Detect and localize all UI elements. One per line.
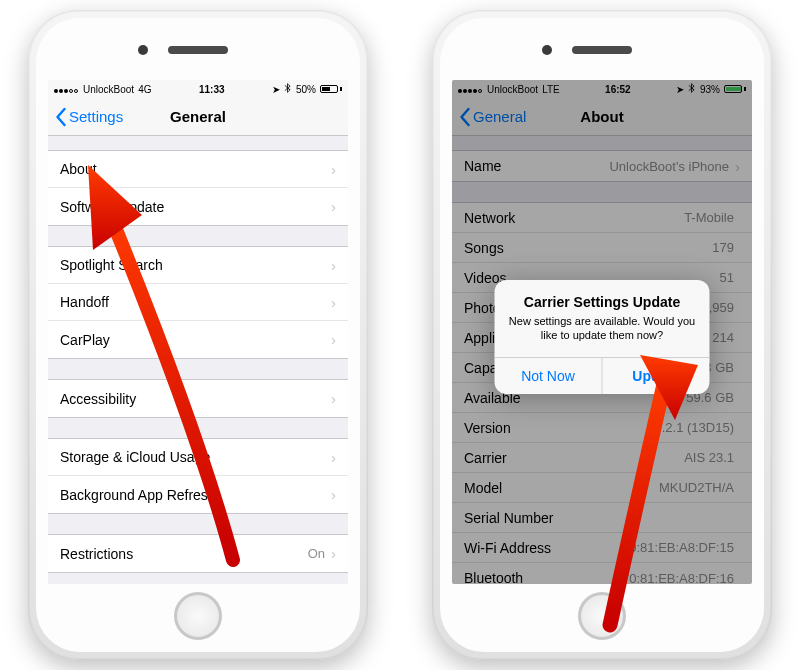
chevron-right-icon: › <box>331 486 336 503</box>
row-value: 51 <box>720 270 734 285</box>
battery-icon <box>724 85 746 93</box>
iphone-mockup-right: UnlockBoot LTE 16:52 ➤ 93% <box>432 10 772 660</box>
chevron-right-icon: › <box>331 331 336 348</box>
row-value: MKUD2TH/A <box>659 480 734 495</box>
clock-label: 16:52 <box>605 84 631 95</box>
clock-label: 11:33 <box>199 84 225 95</box>
row-label: Wi-Fi Address <box>464 540 551 556</box>
chevron-right-icon: › <box>331 257 336 274</box>
about-row: Version10.2.1 (13D15) <box>452 413 752 443</box>
row-label: Model <box>464 480 502 496</box>
row-label: Version <box>464 420 511 436</box>
row-label: Songs <box>464 240 504 256</box>
chevron-right-icon: › <box>331 294 336 311</box>
row-value: 70:81:EB:A8:DF:15 <box>622 540 734 555</box>
about-row: CarrierAIS 23.1 <box>452 443 752 473</box>
alert-message: New settings are available. Would you li… <box>495 312 710 357</box>
row-value: On <box>308 546 325 561</box>
about-row: Songs179 <box>452 233 752 263</box>
row-label: Spotlight Search <box>60 257 163 273</box>
bluetooth-icon <box>284 83 292 95</box>
about-row: Bluetooth70:81:EB:A8:DF:16 <box>452 563 752 584</box>
battery-percent: 93% <box>700 84 720 95</box>
row-value: 214 <box>712 330 734 345</box>
row-label: About <box>60 161 97 177</box>
about-row: Wi-Fi Address70:81:EB:A8:DF:15 <box>452 533 752 563</box>
chevron-left-icon <box>458 107 471 127</box>
status-bar: UnlockBoot 4G 11:33 ➤ 50% <box>48 80 348 98</box>
iphone-mockup-left: UnlockBoot 4G 11:33 ➤ 50% Settings <box>28 10 368 660</box>
row-label: Storage & iCloud Usage <box>60 449 210 465</box>
status-bar: UnlockBoot LTE 16:52 ➤ 93% <box>452 80 752 98</box>
battery-percent: 50% <box>296 84 316 95</box>
chevron-left-icon <box>54 107 67 127</box>
settings-row[interactable]: Handoff› <box>48 284 348 321</box>
phone-speaker <box>168 46 228 54</box>
back-label: Settings <box>69 108 123 125</box>
home-button[interactable] <box>578 592 626 640</box>
row-label: Handoff <box>60 294 109 310</box>
settings-row[interactable]: Background App Refresh› <box>48 476 348 513</box>
chevron-right-icon: › <box>735 158 740 175</box>
back-button[interactable]: Settings <box>54 107 123 127</box>
about-row: ModelMKUD2TH/A <box>452 473 752 503</box>
chevron-right-icon: › <box>331 545 336 562</box>
chevron-right-icon: › <box>331 161 336 178</box>
row-value: 10.2.1 (13D15) <box>647 420 734 435</box>
row-label: Accessibility <box>60 391 136 407</box>
settings-row[interactable]: About› <box>48 151 348 188</box>
row-label: Software Update <box>60 199 164 215</box>
row-value: T-Mobile <box>684 210 734 225</box>
row-value: 70:81:EB:A8:DF:16 <box>622 571 734 585</box>
row-value: 179 <box>712 240 734 255</box>
row-label: Name <box>464 158 501 174</box>
update-button[interactable]: Update <box>603 358 710 394</box>
back-label: General <box>473 108 526 125</box>
bluetooth-icon <box>688 83 696 95</box>
settings-row[interactable]: Accessibility› <box>48 380 348 417</box>
not-now-button[interactable]: Not Now <box>495 358 603 394</box>
about-row: NetworkT-Mobile <box>452 203 752 233</box>
row-value: UnlockBoot's iPhone <box>609 159 729 174</box>
chevron-right-icon: › <box>331 198 336 215</box>
settings-row[interactable]: Spotlight Search› <box>48 247 348 284</box>
nav-title: About <box>580 108 623 125</box>
network-label: LTE <box>542 84 560 95</box>
carrier-label: UnlockBoot <box>83 84 134 95</box>
location-icon: ➤ <box>676 84 684 95</box>
signal-strength-icon <box>54 84 79 95</box>
settings-row[interactable]: Storage & iCloud Usage› <box>48 439 348 476</box>
back-button[interactable]: General <box>458 107 526 127</box>
row-value: AIS 23.1 <box>684 450 734 465</box>
row-label: Background App Refresh <box>60 487 216 503</box>
row-label: Bluetooth <box>464 570 523 584</box>
nav-title: General <box>170 108 226 125</box>
nav-bar: General About <box>452 98 752 136</box>
alert-title: Carrier Settings Update <box>495 280 710 312</box>
about-row: Serial Number <box>452 503 752 533</box>
settings-row[interactable]: CarPlay› <box>48 321 348 358</box>
signal-strength-icon <box>458 84 483 95</box>
home-button[interactable] <box>174 592 222 640</box>
row-label: Serial Number <box>464 510 553 526</box>
battery-icon <box>320 85 342 93</box>
row-label: Network <box>464 210 515 226</box>
carrier-label: UnlockBoot <box>487 84 538 95</box>
carrier-settings-alert: Carrier Settings Update New settings are… <box>495 280 710 394</box>
settings-list[interactable]: About›Software Update›Spotlight Search›H… <box>48 150 348 573</box>
phone-camera <box>138 45 148 55</box>
row-label: CarPlay <box>60 332 110 348</box>
settings-row[interactable]: RestrictionsOn› <box>48 535 348 572</box>
about-row[interactable]: NameUnlockBoot's iPhone› <box>452 151 752 181</box>
settings-row[interactable]: Software Update› <box>48 188 348 225</box>
location-icon: ➤ <box>272 84 280 95</box>
chevron-right-icon: › <box>331 449 336 466</box>
network-label: 4G <box>138 84 151 95</box>
phone-speaker <box>572 46 632 54</box>
chevron-right-icon: › <box>331 390 336 407</box>
phone-camera <box>542 45 552 55</box>
row-label: Restrictions <box>60 546 133 562</box>
row-label: Carrier <box>464 450 507 466</box>
nav-bar: Settings General <box>48 98 348 136</box>
